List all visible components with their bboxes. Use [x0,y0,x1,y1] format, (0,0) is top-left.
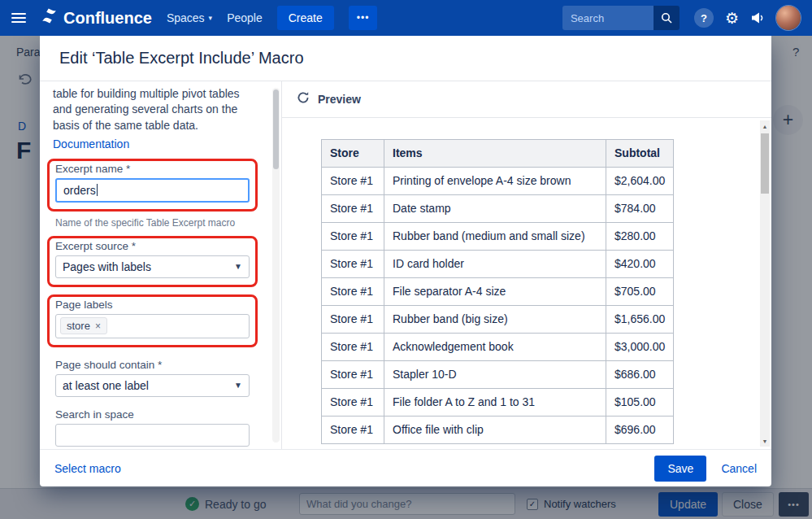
table-cell: $705.00 [606,278,674,306]
create-button[interactable]: Create [277,6,334,30]
excerpt-source-label: Excerpt source * [55,240,250,252]
table-cell: Acknowledgement book [384,334,606,361]
table-cell: Office file with clip [384,417,606,444]
table-row: Store #1File folder A to Z and 1 to 31$1… [322,389,674,417]
column-header: Store [322,140,384,168]
excerpt-name-value: orders [63,184,96,197]
search-space-group: Search in space [55,408,257,447]
label-chip-text: store [67,320,90,332]
table-cell: Rubber band (medium and small size) [384,223,606,251]
page-contain-label: Page should contain * [55,359,257,371]
user-avatar[interactable] [776,6,801,30]
help-icon[interactable]: ? [694,8,714,28]
table-cell: $784.00 [606,195,674,223]
highlight-box-excerpt-source: Excerpt source * Pages with labels ▼ [47,236,258,287]
preview-table-header-row: StoreItemsSubtotal [322,140,674,168]
chevron-down-icon: ▾ [209,14,213,22]
column-header: Items [384,140,606,168]
table-cell: Store #1 [322,168,384,195]
table-row: Store #1Acknowledgement book$3,000.00 [322,334,674,361]
table-cell: Printing of envelope A-4 size brown [384,168,606,195]
cancel-button[interactable]: Cancel [721,462,757,475]
nav-spaces-label: Spaces [167,11,205,24]
table-cell: Store #1 [322,195,384,223]
preview-header: Preview [282,81,771,118]
preview-table-body: Store #1Printing of envelope A-4 size br… [322,168,674,444]
nav-more-button[interactable]: ••• [349,6,378,30]
table-cell: Store #1 [322,223,384,251]
table-cell: $280.00 [606,223,674,251]
confluence-logo-icon [41,7,58,28]
table-cell: Rubber band (big size) [384,306,606,334]
table-row: Store #1Rubber band (big size)$1,656.00 [322,306,674,334]
table-cell: File separator A-4 size [384,278,606,306]
refresh-icon[interactable] [297,91,310,107]
table-cell: Date stamp [384,195,606,223]
table-cell: File folder A to Z and 1 to 31 [384,389,606,417]
page-labels-input[interactable]: store × [55,314,250,338]
text-cursor [97,184,98,196]
preview-table: StoreItemsSubtotal Store #1Printing of e… [321,139,674,444]
page-contain-value: at least one label [63,379,149,392]
dialog-header: Edit ‘Table Excerpt Include’ Macro [40,36,771,81]
megaphone-icon[interactable] [750,11,765,24]
preview-content: StoreItemsSubtotal Store #1Printing of e… [282,118,771,449]
dropdown-arrow-icon: ▼ [234,381,242,390]
column-header: Subtotal [606,140,674,168]
edit-macro-dialog: Edit ‘Table Excerpt Include’ Macro table… [40,36,771,486]
table-row: Store #1ID card holder$420.00 [322,251,674,278]
table-cell: Store #1 [322,361,384,389]
table-row: Store #1Printing of envelope A-4 size br… [322,168,674,195]
dropdown-arrow-icon: ▼ [234,262,242,271]
page-contain-group: Page should contain * at least one label… [55,359,257,397]
hamburger-menu-icon[interactable] [11,13,26,23]
excerpt-source-select[interactable]: Pages with labels ▼ [55,255,250,278]
nav-people[interactable]: People [227,11,263,24]
screen: Confluence Spaces ▾ People Create ••• ? … [0,0,812,519]
search-space-input[interactable] [55,424,250,447]
settings-scrollbar[interactable] [272,88,280,443]
macro-description: table for building multiple pivot tables… [53,86,258,133]
excerpt-name-label: Excerpt name * [55,163,250,175]
search-input[interactable] [562,6,654,30]
save-button[interactable]: Save [654,456,706,482]
table-cell: Store #1 [322,417,384,444]
table-cell: $2,604.00 [606,168,674,195]
gear-icon[interactable]: ⚙ [725,11,739,26]
table-cell: $1,656.00 [606,306,674,334]
table-cell: $105.00 [606,389,674,417]
preview-scrollbar[interactable]: ▲ ▼ [760,120,770,447]
scroll-down-icon[interactable]: ▼ [760,435,770,447]
table-cell: ID card holder [384,251,606,278]
table-row: Store #1Office file with clip$696.00 [322,417,674,444]
confluence-brand[interactable]: Confluence [41,7,152,28]
table-cell: $686.00 [606,361,674,389]
navbar-icons: ? ⚙ [694,6,801,30]
search-space-label: Search in space [55,408,257,421]
highlight-box-page-labels: Page labels store × [47,294,258,347]
table-row: Store #1Rubber band (medium and small si… [322,223,674,251]
table-cell: $3,000.00 [606,334,674,361]
app-navbar: Confluence Spaces ▾ People Create ••• ? … [0,0,812,36]
excerpt-name-input[interactable]: orders [55,178,250,203]
table-row: Store #1Date stamp$784.00 [322,195,674,223]
macro-settings-panel: table for building multiple pivot tables… [40,81,282,449]
search-icon[interactable] [654,6,680,30]
table-cell: Store #1 [322,334,384,361]
excerpt-source-value: Pages with labels [63,260,151,273]
preview-scrollbar-thumb[interactable] [761,133,769,194]
table-cell: Store #1 [322,251,384,278]
table-cell: Stapler 10-D [384,361,606,389]
remove-tag-icon[interactable]: × [95,321,101,332]
nav-people-label: People [227,11,263,24]
table-row: Store #1Stapler 10-D$686.00 [322,361,674,389]
settings-scrollbar-thumb[interactable] [273,89,279,169]
page-contain-select[interactable]: at least one label ▼ [55,374,250,397]
table-row: Store #1File separator A-4 size$705.00 [322,278,674,306]
select-macro-link[interactable]: Select macro [54,462,121,475]
preview-title: Preview [318,93,361,106]
nav-spaces[interactable]: Spaces ▾ [167,11,212,24]
documentation-link[interactable]: Documentation [53,137,129,150]
label-chip[interactable]: store × [60,317,107,334]
scroll-up-icon[interactable]: ▲ [760,120,770,132]
